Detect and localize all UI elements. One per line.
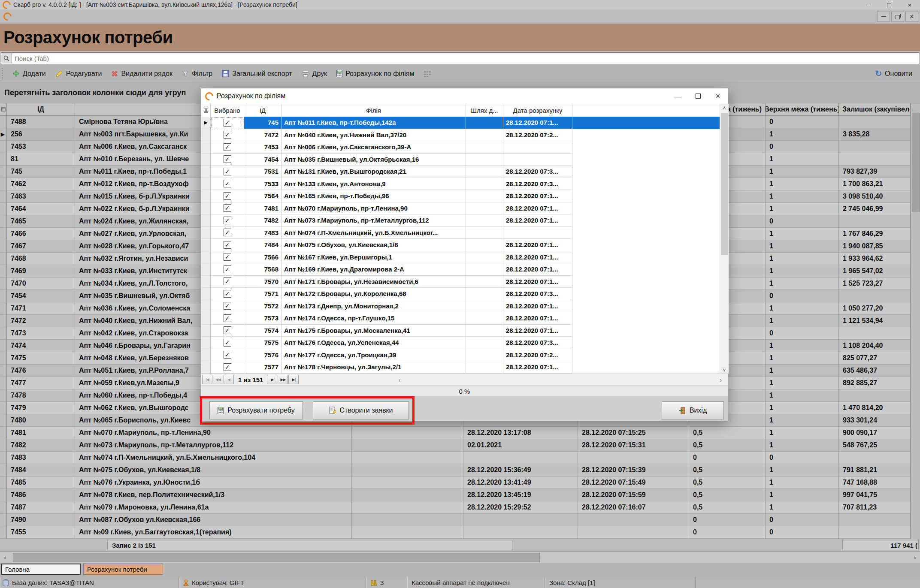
checkbox-cell[interactable] — [211, 129, 244, 142]
tab-home[interactable]: Головна — [1, 564, 81, 575]
checkbox-cell[interactable] — [211, 251, 244, 264]
table-row[interactable]: 7483 Апт №074 г.П-Хмельницкий, ул.Б.Хмел… — [0, 452, 920, 464]
branch-row[interactable]: 7472 Апт №040 г.Киев, ул.Нижний Вал,37/2… — [201, 129, 720, 142]
checkbox[interactable] — [224, 241, 231, 249]
checkbox[interactable] — [224, 168, 231, 175]
checkbox[interactable] — [224, 217, 231, 224]
checkbox[interactable] — [224, 119, 231, 127]
column-header-upper[interactable]: Верхня межа (тижень) — [766, 103, 839, 116]
checkbox-cell[interactable] — [211, 178, 244, 190]
checkbox[interactable] — [224, 302, 231, 310]
scroll-right-icon[interactable]: › — [910, 552, 920, 563]
table-row[interactable]: 7482 Апт №073 г.Мариуполь, пр-т.Металлур… — [0, 439, 920, 452]
checkbox[interactable] — [224, 339, 231, 347]
toolbar-grip[interactable] — [2, 68, 5, 79]
scrollbar-thumb[interactable] — [721, 113, 728, 255]
branch-row[interactable]: 7575 Апт №176 г.Одесса, ул.Успенская,44 … — [201, 337, 720, 349]
checkbox[interactable] — [224, 326, 231, 334]
table-row[interactable]: 7455 Апт №09 г.Киев, ул.Баггаутовская,1(… — [0, 526, 920, 539]
checkbox[interactable] — [224, 277, 231, 285]
mdi-close-button[interactable]: × — [905, 12, 918, 22]
mdi-minimize-button[interactable] — [877, 12, 890, 22]
scroll-down-icon[interactable]: ∨ — [720, 366, 729, 374]
branch-row[interactable]: 7453 Апт №006 г.Киев, ул.Саксаганского,3… — [201, 141, 720, 154]
checkbox[interactable] — [224, 253, 231, 261]
checkbox[interactable] — [224, 363, 231, 371]
checkbox[interactable] — [224, 351, 231, 359]
branch-row[interactable]: 7576 Апт №177 г.Одесса, ул.Троицкая,39 2… — [201, 349, 720, 362]
branch-row[interactable]: 7483 Апт №074 г.П-Хмельницкий, ул.Б.Хмел… — [201, 227, 720, 239]
checkbox-cell[interactable] — [211, 117, 244, 129]
branch-row[interactable]: 7531 Апт №131 г.Киев, ул.Вышгородская,21… — [201, 166, 720, 178]
dialog-horizontal-scrollbar[interactable]: ‹ › — [399, 375, 722, 385]
scroll-left-icon[interactable]: ‹ — [399, 377, 401, 383]
branch-row[interactable]: 745 Апт №011 г.Киев, пр-т.Победы,142а 28… — [201, 117, 720, 129]
checkbox[interactable] — [224, 290, 231, 298]
branch-row[interactable]: 7573 Апт №174 г.Одесса, пр-т.Глушко,15 2… — [201, 312, 720, 325]
branch-row[interactable]: 7574 Апт №175 г.Бровары, ул.Москаленка,4… — [201, 325, 720, 337]
checkbox[interactable] — [224, 204, 231, 212]
edit-button[interactable]: Редагувати — [52, 69, 106, 79]
checkbox[interactable] — [224, 131, 231, 139]
pager-last-icon[interactable]: ▶| — [288, 375, 299, 384]
pager-next-page-icon[interactable]: ▶▶ — [278, 375, 288, 384]
delete-row-button[interactable]: Видалити рядок — [108, 69, 176, 79]
checkbox[interactable] — [224, 265, 231, 273]
checkbox-cell[interactable] — [211, 239, 244, 251]
column-header-date[interactable]: Дата розрахунку — [503, 104, 572, 117]
column-header-stock[interactable]: Залишок (закупівельн — [839, 103, 911, 116]
main-horizontal-scrollbar[interactable]: ‹ › — [0, 552, 920, 563]
main-vertical-scrollbar[interactable] — [911, 103, 920, 539]
table-row[interactable]: 7481 Апт №070 г.Мариуполь, пр-т.Ленина,9… — [0, 427, 920, 439]
pager-prev-page-icon[interactable]: ◀◀ — [213, 375, 223, 384]
checkbox[interactable] — [224, 229, 231, 236]
scrollbar-thumb[interactable] — [912, 113, 920, 212]
column-header-id[interactable]: ІД — [244, 104, 281, 117]
checkbox-cell[interactable] — [211, 166, 244, 178]
columns-icon[interactable] — [420, 69, 435, 78]
column-header-id[interactable]: ІД — [7, 103, 75, 116]
branch-row[interactable]: 7564 Апт №165 г.Киев, пр-т.Победы,96 28.… — [201, 190, 720, 202]
checkbox-cell[interactable] — [211, 263, 244, 276]
branch-row[interactable]: 7481 Апт №070 г.Мариуполь, пр-т.Ленина,9… — [201, 202, 720, 215]
checkbox-cell[interactable] — [211, 202, 244, 215]
branch-row[interactable]: 7572 Апт №173 г.Днепр, ул.Мониторная,2 2… — [201, 300, 720, 313]
checkbox-cell[interactable] — [211, 227, 244, 239]
pager-next-icon[interactable]: ▶ — [267, 375, 277, 384]
checkbox-cell[interactable] — [211, 300, 244, 313]
calc-by-branches-button[interactable]: Розрахунок по філіям — [333, 69, 418, 79]
table-row[interactable]: 7486 Апт №078 г.Киев, пер.Политехнически… — [0, 489, 920, 501]
restore-button[interactable] — [879, 0, 899, 9]
branch-row[interactable]: 7568 Апт №169 г.Киев, ул.Драгомирова 2-А… — [201, 263, 720, 276]
table-row[interactable]: 7490 Апт №087 г.Обухов ул.Киевская,166 0… — [0, 514, 920, 526]
branch-row[interactable]: 7571 Апт №172 г.Бровары, ул.Короленка,68… — [201, 288, 720, 300]
branch-row[interactable]: 7577 Апт №178 г.Черновцы, ул.Загулы,2/1 … — [201, 361, 720, 374]
checkbox-cell[interactable] — [211, 349, 244, 362]
mdi-restore-button[interactable] — [891, 12, 904, 22]
table-row[interactable]: 7484 Апт №075 г.Обухов, ул.Киевская,1/8 … — [0, 464, 920, 476]
export-button[interactable]: Загальний експорт — [218, 69, 295, 79]
table-row[interactable]: 7487 Апт №079 г.Мироновка, ул.Ленина,61а… — [0, 501, 920, 514]
branch-row[interactable]: 7566 Апт №167 г.Киев, ул.Вершигоры,1 28.… — [201, 251, 720, 264]
checkbox-cell[interactable] — [211, 361, 244, 374]
pager-first-icon[interactable]: |◀ — [202, 375, 212, 384]
scroll-up-icon[interactable]: ∧ — [720, 104, 729, 112]
checkbox[interactable] — [224, 314, 231, 322]
checkbox-cell[interactable] — [211, 190, 244, 202]
branch-row[interactable]: 7533 Апт №133 г.Киев, ул.Антонова,9 28.1… — [201, 178, 720, 190]
branch-row[interactable]: 7570 Апт №171 г.Бровары, ул.Независимост… — [201, 276, 720, 288]
scroll-left-icon[interactable]: ‹ — [0, 552, 10, 563]
dialog-minimize-button[interactable]: — — [669, 88, 688, 104]
branch-row[interactable]: 7482 Апт №073 г.Мариуполь, пр-т.Металлур… — [201, 214, 720, 227]
search-input[interactable] — [12, 55, 919, 62]
checkbox-cell[interactable] — [211, 276, 244, 288]
column-header-path[interactable]: Шлях д... — [466, 104, 503, 117]
refresh-button[interactable]: ↻ Оновити — [872, 67, 916, 80]
dialog-vertical-scrollbar[interactable]: ∧ ∨ — [720, 104, 729, 374]
branch-row[interactable]: 7454 Апт №035 г.Вишневый, ул.Октябрьская… — [201, 154, 720, 166]
checkbox[interactable] — [224, 180, 231, 187]
checkbox-cell[interactable] — [211, 141, 244, 154]
pager-prev-icon[interactable]: ◀ — [224, 375, 234, 384]
filter-button[interactable]: Фільтр — [179, 69, 216, 79]
table-row[interactable]: 7485 Апт №076 г.Украинка, ул.Юности,1б 2… — [0, 476, 920, 489]
